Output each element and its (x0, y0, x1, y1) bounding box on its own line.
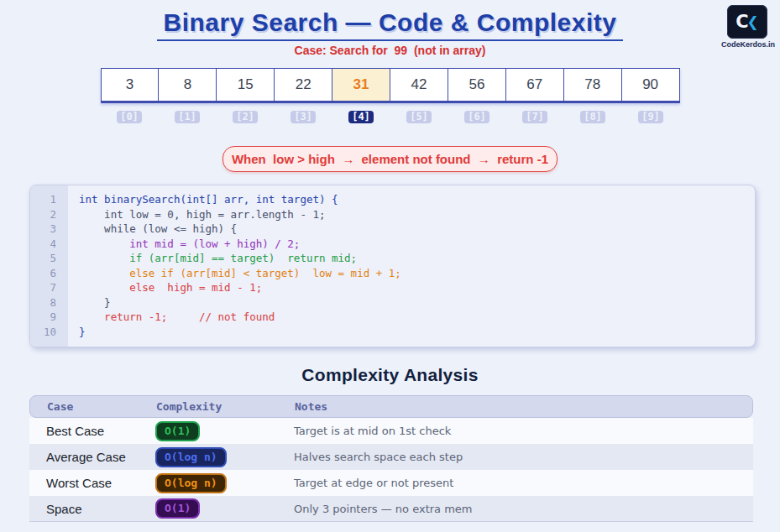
brand-logo-icon: C ❮ (727, 5, 767, 39)
logo-chevron-icon: ❮ (747, 13, 759, 31)
array-index-slot: [2] (217, 108, 275, 123)
complexity-table: Case Complexity Notes Best Case O(1) Tar… (29, 395, 753, 522)
array-index-badge: [6] (464, 111, 489, 123)
table-row: Best Case O(1) Target is at mid on 1st c… (29, 418, 753, 444)
code-line-number: 2 (30, 207, 56, 222)
array-cell: 31 (332, 69, 390, 101)
case-subtitle: Case: Search for 99 (not in array) (0, 44, 780, 57)
code-line: int binarySearch(int[] arr, int target) … (79, 192, 755, 207)
table-body: Best Case O(1) Target is at mid on 1st c… (29, 418, 753, 522)
array-cell: 15 (217, 69, 275, 101)
code-line: int low = 0, high = arr.length - 1; (79, 207, 755, 222)
row-case-label: Worst Case (29, 476, 155, 490)
row-notes: Target is at mid on 1st check (294, 425, 753, 437)
array-index-slot: [3] (275, 108, 332, 123)
column-header-complexity: Complexity (156, 400, 295, 413)
row-case-label: Space (29, 502, 155, 516)
code-line: return -1; // not found (79, 310, 755, 325)
array-cell: 78 (564, 69, 622, 101)
code-line-number: 3 (30, 222, 56, 237)
array-cells: 381522314256677890 (101, 68, 680, 103)
complexity-badge: O(1) (155, 421, 200, 441)
array-index-badge: [3] (291, 111, 316, 123)
table-row: Average Case O(log n) Halves search spac… (29, 444, 753, 470)
column-header-notes: Notes (295, 400, 752, 413)
array-index-slot: [6] (448, 108, 506, 123)
code-line-number: 7 (30, 280, 56, 295)
code-line-number: 8 (30, 295, 56, 310)
array-cell: 3 (102, 69, 160, 101)
row-notes: Halves search space each step (294, 451, 753, 463)
array-index-slot: [5] (390, 108, 448, 123)
table-row: Worst Case O(log n) Target at edge or no… (29, 470, 753, 496)
code-line: while (low <= high) { (79, 222, 755, 237)
code-line-number: 9 (30, 310, 56, 325)
array-index-slot: [4] (332, 108, 390, 123)
array-index-slot: [9] (622, 108, 680, 123)
code-lines: int binarySearch(int[] arr, int target) … (68, 185, 755, 347)
code-line: } (79, 325, 755, 340)
code-line-numbers: 12345678910 (30, 185, 68, 347)
array-index-slot: [7] (506, 108, 564, 123)
array-cell: 8 (159, 69, 217, 101)
row-case-label: Best Case (29, 424, 155, 438)
array-index-badge: [9] (638, 111, 663, 123)
array-index-badge: [0] (117, 111, 142, 123)
array-index-badge: [4] (348, 111, 374, 123)
array-index-slot: [0] (101, 108, 159, 123)
complexity-badge: O(1) (155, 498, 200, 519)
code-line-number: 4 (30, 237, 56, 252)
column-header-case: Case (30, 400, 156, 413)
row-case-label: Average Case (29, 450, 155, 464)
array-index-badge: [1] (175, 111, 200, 123)
code-line-number: 6 (30, 266, 56, 281)
not-found-callout: When low > high → element not found → re… (222, 146, 558, 172)
row-notes: Only 3 pointers — no extra mem (294, 503, 753, 515)
code-block: 12345678910 int binarySearch(int[] arr, … (29, 185, 756, 347)
array-cell: 67 (506, 69, 564, 101)
analysis-heading: Complexity Analysis (0, 365, 780, 385)
table-row: Space O(1) Only 3 pointers — no extra me… (29, 496, 753, 522)
brand-logo: C ❮ CodeKerdos.in (721, 5, 773, 49)
code-line-number: 1 (30, 192, 56, 207)
array-visualization: 381522314256677890 [0] [1] [2] [3] [4] [… (101, 68, 680, 123)
array-index-badge: [2] (233, 111, 258, 123)
brand-caption: CodeKerdos.in (721, 40, 773, 49)
code-line-number: 10 (30, 325, 56, 340)
code-line: else if (arr[mid] < target) low = mid + … (79, 266, 755, 281)
complexity-badge: O(log n) (155, 473, 227, 493)
table-header-row: Case Complexity Notes (29, 395, 753, 418)
array-indices: [0] [1] [2] [3] [4] [5] [6] [7] [8] [9] (101, 108, 680, 123)
array-cell: 90 (622, 69, 679, 101)
page-title: Binary Search — Code & Complexity (157, 8, 624, 41)
array-index-slot: [1] (159, 108, 217, 123)
array-cell: 22 (275, 69, 332, 101)
code-line: if (arr[mid] == target) return mid; (79, 251, 755, 266)
array-index-slot: [8] (564, 108, 622, 123)
code-line: else high = mid - 1; (79, 280, 755, 295)
complexity-badge: O(log n) (155, 447, 227, 467)
array-cell: 56 (448, 69, 506, 101)
row-notes: Target at edge or not present (294, 477, 753, 489)
code-line: int mid = (low + high) / 2; (79, 237, 755, 252)
array-index-badge: [7] (522, 111, 547, 123)
array-cell: 42 (390, 69, 448, 101)
array-index-badge: [8] (580, 111, 605, 123)
header: Binary Search — Code & Complexity Case: … (0, 0, 780, 57)
code-line: } (79, 295, 755, 310)
array-index-badge: [5] (406, 111, 432, 123)
code-line-number: 5 (30, 251, 56, 266)
